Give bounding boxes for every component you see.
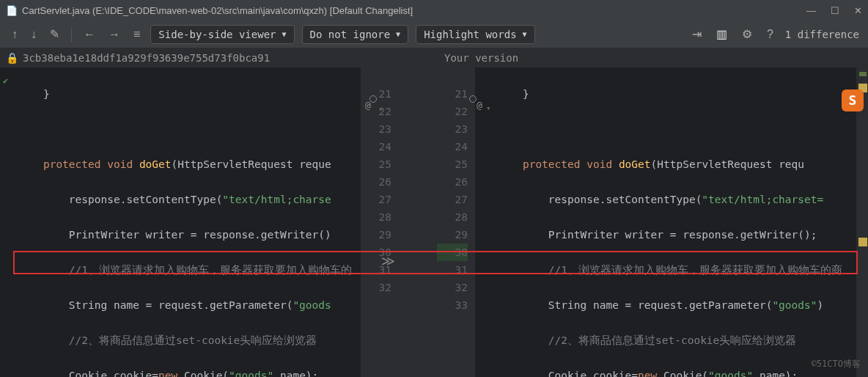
back-button[interactable]: ← (81, 26, 98, 43)
next-diff-button[interactable]: ↓ (28, 26, 40, 43)
code-line: String name = request.getParameter("good… (497, 296, 856, 314)
code-line: response.setContentType("text/html;chars… (18, 191, 361, 208)
code-line: } (497, 85, 856, 103)
code-line: Cookie cookie=new Cookie("goods",name); (18, 367, 361, 377)
minimize-button[interactable]: — (806, 5, 816, 16)
your-version-label: Your version (444, 52, 518, 64)
marker-icon[interactable] (369, 95, 377, 103)
chevron-down-icon: ▼ (523, 30, 527, 38)
list-button[interactable]: ≡ (130, 26, 143, 43)
stripe-marker[interactable] (859, 72, 867, 76)
accept-change-button[interactable]: ≫ (381, 252, 395, 270)
code-line (18, 120, 361, 138)
code-line: } (18, 85, 361, 103)
code-line: //1、浏览器请求加入购物车，服务器获取要加入购物车的商 (497, 261, 856, 279)
code-line: PrintWriter writer = response.getWriter(… (497, 226, 856, 244)
ignore-mode-select[interactable]: Do not ignore ▼ (302, 25, 409, 44)
revision-header: 🔒 3cb38eba1e18ddf1a929f93639e755d73f0bca… (0, 48, 868, 67)
code-line: String name = request.getParameter("good… (18, 296, 361, 314)
diff-viewer: ✔ } protected void doGet(HttpServletRequ… (0, 67, 868, 377)
difference-count: 1 difference (785, 29, 859, 40)
watermark: ©51CTO博客 (812, 355, 861, 373)
code-line: response.setContentType("text/html;chars… (497, 191, 856, 208)
file-path: (E:\IDE_CODE\maven-web-02\src\main\java\… (92, 5, 327, 16)
revision-hash: 3cb38eba1e18ddf1a929f93639e755d73f0bca91 (23, 52, 270, 64)
viewer-mode-label: Side-by-side viewer (158, 29, 276, 40)
code-line: //2、将商品信息通过set-cookie头响应给浏览器 (497, 332, 856, 349)
error-stripe[interactable] (856, 67, 868, 377)
code-line (497, 120, 856, 138)
highlight-mode-label: Highlight words (424, 29, 516, 40)
changelist: [Default Changelist] (330, 5, 413, 16)
maximize-button[interactable]: ☐ (831, 5, 839, 16)
diff-toolbar: ↑ ↓ ✎ ← → ≡ Side-by-side viewer ▼ Do not… (0, 21, 868, 48)
viewer-mode-select[interactable]: Side-by-side viewer ▼ (150, 25, 294, 44)
ignore-mode-label: Do not ignore (310, 29, 391, 40)
code-line: //1、浏览器请求加入购物车，服务器获取要加入购物车的 (18, 261, 361, 279)
file-icon: 📄 (6, 5, 18, 16)
left-pane[interactable]: } protected void doGet(HttpServletReques… (0, 67, 361, 377)
edit-source-button[interactable]: ✎ (47, 26, 62, 43)
lock-icon: 🔒 (6, 52, 18, 64)
prev-diff-button[interactable]: ↑ (9, 26, 21, 43)
code-line: //2、将商品信息通过set-cookie头响应给浏览器 (18, 332, 361, 349)
window-title: CartServlet.java (E:\IDE_CODE\maven-web-… (22, 5, 806, 16)
sync-scroll-button[interactable]: ▥ (713, 26, 730, 43)
stripe-marker[interactable] (858, 238, 867, 246)
code-line: PrintWriter writer = response.getWriter(… (18, 226, 361, 244)
chevron-down-icon: ▼ (282, 30, 287, 38)
collapse-unchanged-button[interactable]: ⇥ (689, 26, 705, 43)
settings-button[interactable]: ⚙ (739, 26, 755, 43)
highlight-mode-select[interactable]: Highlight words ▼ (416, 25, 534, 44)
separator (71, 27, 72, 42)
window-controls: — ☐ ✕ (806, 5, 862, 16)
chevron-down-icon: ▼ (396, 30, 400, 38)
help-button[interactable]: ? (764, 26, 776, 43)
code-line: protected void doGet(HttpServletRequest … (18, 155, 361, 173)
input-method-badge[interactable]: S (842, 89, 864, 111)
fold-up-icon[interactable]: ▴ (378, 100, 383, 117)
code-line: protected void doGet(HttpServletRequest … (497, 155, 856, 173)
title-bar: 📄 CartServlet.java (E:\IDE_CODE\maven-we… (0, 0, 868, 21)
right-line-numbers: 21 2223 2425 2627 2829 3031 3233 (437, 67, 475, 377)
forward-button[interactable]: → (106, 26, 123, 43)
file-name: CartServlet.java (22, 5, 89, 16)
right-pane[interactable]: } protected void doGet(HttpServletReques… (475, 67, 856, 377)
close-button[interactable]: ✕ (854, 5, 862, 16)
gutter-middle (399, 67, 437, 377)
code-line: Cookie cookie=new Cookie("goods",name); (497, 367, 856, 377)
